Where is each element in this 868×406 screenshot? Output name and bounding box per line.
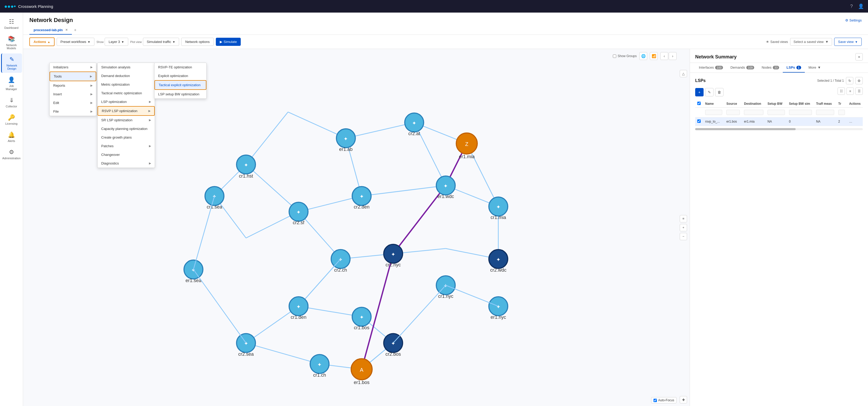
simulated-traffic-button[interactable]: Simulated traffic ▼ [143,38,179,46]
menu-item-tools[interactable]: Tools ▶ [50,71,96,81]
summary-tab-more[interactable]: More ▼ [805,63,825,73]
map-layout-icon[interactable]: 📶 [650,52,658,60]
actions-button[interactable]: Actions ▲ [29,37,55,46]
preset-workflows-button[interactable]: Preset workflows ▼ [57,38,94,46]
menu-item-diagnostics[interactable]: Diagnostics ▶ [98,159,155,168]
filter-setup-bw-sim-input[interactable] [789,110,812,115]
sidebar-item-licensing[interactable]: 🔑 Licensing [1,111,22,128]
user-icon[interactable]: 👤 [858,3,864,9]
menu-item-rsvp-lsp-label: RSVP LSP optimization [102,109,137,113]
panel-view-button[interactable]: ≡ [856,53,863,61]
menu-item-tactical-explicit-optimization[interactable]: Tactical explicit optimization [154,80,206,90]
summary-tab-interfaces[interactable]: Interfaces 100 [695,63,727,73]
menu-item-rsvp-lsp-optimization[interactable]: RSVP LSP optimization ▶ [98,106,155,116]
show-groups-checkbox[interactable]: Show Groups [613,54,637,58]
menu-item-edit-label: Edit [53,101,59,105]
menu-item-edit[interactable]: Edit ▶ [50,99,96,107]
auto-focus-checkbox[interactable] [653,399,657,402]
lsp-edit-button[interactable]: ✎ [705,88,714,96]
sidebar-item-network-design[interactable]: ✎ Network Design [1,54,22,73]
row-checkbox[interactable] [697,120,701,123]
main-layout: ☷ Dashboard 📚 Network Models ✎ Network D… [0,12,868,406]
tab-close-icon[interactable]: ✕ [65,28,68,32]
menu-item-demand-deduction[interactable]: Demand deduction [98,71,155,80]
menu-item-explicit-optimization[interactable]: Explicit optimization [154,71,206,80]
map-plus-icon[interactable]: + [680,224,687,231]
menu-item-simulation-analysis[interactable]: Simulation analysis [98,63,155,71]
menu-item-changeover-label: Changeover [101,153,120,157]
lsp-delete-button[interactable]: 🗑 [715,88,723,96]
menu-item-capacity-planning[interactable]: Capacity planning optimization [98,125,155,133]
filter-source-input[interactable] [726,110,740,115]
lsp-add-button[interactable]: + [695,88,704,96]
summary-tab-interfaces-label: Interfaces [699,66,714,69]
menu-item-initializers[interactable]: Initializers ▶ [50,63,96,71]
node-icon-cr1ch: ✦ [317,362,322,368]
menu-item-create-growth-plans-label: Create growth plans [101,135,132,139]
sidebar-item-network-models[interactable]: 📚 Network Models [1,33,22,53]
sidebar-item-job-manager[interactable]: 👤 Job Manager [1,74,22,93]
filter-destination-input[interactable] [744,110,763,115]
menu-item-rsvpte-optimization[interactable]: RSVP-TE optimization [154,63,206,71]
tab-processed-lab[interactable]: processed-lab.pln ✕ [29,26,72,35]
summary-tab-nodes-label: Nodes [762,66,772,69]
map-next-icon[interactable]: › [669,52,677,60]
tab-add-button[interactable]: + [72,26,79,35]
menu-item-reports[interactable]: Reports ▶ [50,81,96,90]
lsp-action-bar: + ✎ 🗑 ☷ ≡ ☰ [695,88,863,97]
menu-item-sr-lsp-optimization[interactable]: SR LSP optimization ▶ [98,116,155,125]
map-right-controls: ≡ + − [680,215,687,240]
save-view-button[interactable]: Save view ▼ [834,38,862,46]
node-icon-cr2sf: ✦ [296,209,301,215]
map-hierarchy-icon[interactable]: △ [680,70,687,77]
network-models-icon: 📚 [8,36,15,42]
menu-item-insert[interactable]: Insert ▶ [50,90,96,99]
filter-setup-bw-input[interactable] [768,110,785,115]
map-drag-icon[interactable]: ✚ [680,396,687,403]
horizontal-scrollbar[interactable] [695,128,863,130]
table-row[interactable]: rsvp_to_... er1.bos er1.mia NA 0 NA 2 … [695,117,863,126]
simulate-button[interactable]: ▶ Simulate [216,38,241,46]
summary-tab-lsps[interactable]: LSPs 1 [783,63,805,73]
lsp-settings-icon[interactable]: ⚙ [856,77,863,84]
menu-item-patches[interactable]: Patches ▶ [98,142,155,150]
settings-button[interactable]: ⚙ Settings [845,18,862,22]
map-globe-icon[interactable]: 🌐 [639,52,647,60]
filter-tr-input[interactable] [838,110,845,115]
map-minus-icon[interactable]: − [680,233,687,240]
lsp-refresh-icon[interactable]: ↻ [846,77,853,84]
sidebar-item-alerts[interactable]: 🔔 Alerts [1,129,22,145]
filter-name-input[interactable] [705,110,722,115]
menu-item-initializers-label: Initializers [53,65,68,69]
network-options-button[interactable]: Network options [181,38,213,46]
lsp-filter-icon[interactable]: ☷ [838,88,845,95]
show-groups-input[interactable] [613,55,616,58]
lsp-columns-icon[interactable]: ☰ [856,88,863,95]
sidebar-item-collector[interactable]: ⇓ Collector [1,94,22,110]
help-icon[interactable]: ? [850,4,853,9]
auto-focus-control[interactable]: Auto-Focus [651,397,677,403]
sidebar-item-administration[interactable]: ⚙ Administration [1,146,22,162]
menu-item-file[interactable]: File ▶ [50,107,96,116]
layer3-button[interactable]: Layer 3 ▼ [105,38,128,46]
menu-item-lsp-optimization[interactable]: LSP optimization ▶ [98,97,155,106]
map-area[interactable]: Show Groups 🌐 📶 ‹ › [23,49,690,406]
filter-traff-meas-input[interactable] [816,110,834,115]
lsp-list-icon[interactable]: ≡ [846,88,854,95]
menu-item-lsp-setup-bw[interactable]: LSP setup BW optimization [154,90,206,99]
summary-tab-demands[interactable]: Demands 109 [727,63,758,73]
map-prev-icon[interactable]: ‹ [660,52,668,60]
saved-view-select[interactable]: Select a saved view ▼ [790,38,832,45]
summary-tab-nodes[interactable]: Nodes 33 [758,63,783,73]
menu-item-create-growth-plans[interactable]: Create growth plans [98,133,155,142]
scrollbar-thumb[interactable] [695,128,796,130]
menu-item-tactical-metric-optimization[interactable]: Tactical metric optimization [98,89,155,97]
menu-item-changeover[interactable]: Changeover [98,150,155,159]
simulate-label: Simulate [224,40,237,44]
row-actions-cell[interactable]: … [847,117,863,126]
menu-item-metric-optimization[interactable]: Metric optimization [98,80,155,89]
select-all-checkbox[interactable] [697,102,701,105]
map-list-icon[interactable]: ≡ [680,215,687,223]
top-bar-right: ? 👤 [850,3,864,9]
sidebar-item-dashboard[interactable]: ☷ Dashboard [1,16,22,32]
